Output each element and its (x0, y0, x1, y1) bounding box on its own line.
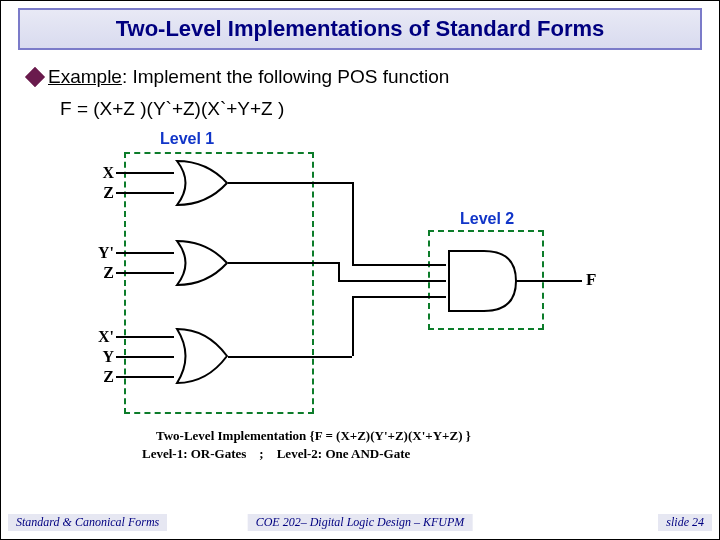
wire (116, 272, 174, 274)
formula-text: F = (X+Z )(Y`+Z)(X`+Y+Z ) (60, 98, 284, 120)
input-xprime: X' (86, 328, 114, 346)
diagram-caption-1: Two-Level Implementation {F = (X+Z)(Y'+Z… (156, 428, 471, 444)
bullet-rest: : Implement the following POS function (122, 66, 449, 87)
diagram-caption-2: Level-1: OR-Gates ; Level-2: One AND-Gat… (142, 446, 410, 462)
bullet-text: Example: Implement the following POS fun… (48, 66, 449, 88)
input-z2: Z (86, 264, 114, 282)
example-word: Example (48, 66, 122, 87)
footer-right: slide 24 (658, 514, 712, 531)
wire (352, 182, 354, 264)
diamond-bullet-icon (25, 67, 45, 87)
level1-label: Level 1 (160, 130, 214, 148)
wire (116, 356, 174, 358)
cap-sep: ; (259, 446, 263, 461)
wire (116, 376, 174, 378)
wire (116, 192, 174, 194)
level2-label: Level 2 (460, 210, 514, 228)
output-f: F (586, 270, 596, 290)
input-z1: Z (86, 184, 114, 202)
wire (228, 356, 352, 358)
wire (116, 252, 174, 254)
wire (352, 264, 446, 266)
bullet-row: Example: Implement the following POS fun… (28, 66, 449, 88)
wire (338, 262, 340, 280)
input-z3: Z (86, 368, 114, 386)
footer: Standard & Canonical Forms COE 202– Digi… (0, 514, 720, 534)
input-yprime: Y' (86, 244, 114, 262)
wire (116, 336, 174, 338)
title-bar: Two-Level Implementations of Standard Fo… (18, 8, 702, 50)
input-y: Y (86, 348, 114, 366)
footer-left: Standard & Canonical Forms (8, 514, 167, 531)
input-x: X (86, 164, 114, 182)
wire (352, 296, 446, 298)
wire (338, 280, 446, 282)
cap-l2: Level-2: One AND-Gate (277, 446, 411, 461)
wire (352, 296, 354, 356)
wire (116, 172, 174, 174)
circuit-diagram: Level 1 Level 2 X Z Y' Z X' Y Z F Two-Le… (80, 130, 620, 470)
wire (228, 182, 352, 184)
cap-l1: Level-1: OR-Gates (142, 446, 246, 461)
footer-center: COE 202– Digital Logic Design – KFUPM (248, 514, 473, 531)
wire (516, 280, 582, 282)
wire (228, 262, 338, 264)
slide-title: Two-Level Implementations of Standard Fo… (116, 16, 605, 42)
